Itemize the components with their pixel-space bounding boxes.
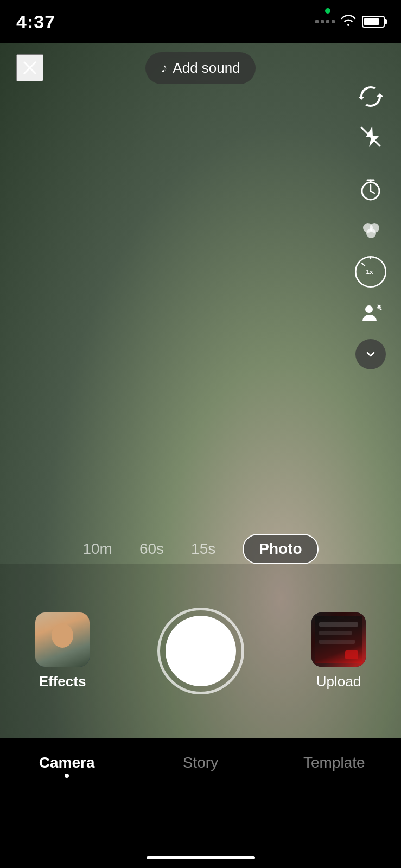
svg-point-10 bbox=[378, 305, 380, 307]
top-controls: ♪ Add sound bbox=[0, 43, 401, 92]
nav-label-template: Template bbox=[303, 754, 365, 771]
nav-item-camera[interactable]: Camera bbox=[0, 749, 133, 777]
signal-icon bbox=[315, 20, 335, 23]
status-bar: 4:37 bbox=[0, 0, 401, 43]
battery-icon bbox=[362, 16, 385, 28]
timer-15s[interactable]: 15s bbox=[191, 540, 215, 558]
add-sound-button[interactable]: ♪ Add sound bbox=[145, 52, 255, 84]
bottom-camera-controls: Effects Upload bbox=[0, 564, 401, 738]
effects-label: Effects bbox=[39, 673, 86, 690]
nav-item-story[interactable]: Story bbox=[133, 749, 267, 777]
music-note-icon: ♪ bbox=[161, 60, 167, 75]
nav-label-camera: Camera bbox=[39, 754, 95, 771]
status-time: 4:37 bbox=[16, 11, 55, 33]
svg-text:1x: 1x bbox=[366, 268, 373, 275]
upload-thumbnail bbox=[311, 612, 366, 667]
shutter-button-container bbox=[157, 608, 244, 694]
close-button[interactable] bbox=[16, 54, 43, 81]
status-icons bbox=[315, 14, 385, 29]
flip-camera-button[interactable] bbox=[355, 81, 386, 112]
active-nav-dot bbox=[65, 774, 69, 778]
nav-items: Camera Story Template bbox=[0, 749, 401, 777]
shutter-inner bbox=[166, 616, 236, 686]
svg-point-6 bbox=[366, 228, 376, 238]
timer-photo[interactable]: Photo bbox=[243, 534, 318, 564]
active-indicator bbox=[325, 8, 330, 14]
shutter-button[interactable] bbox=[157, 608, 244, 694]
nav-label-story: Story bbox=[183, 754, 218, 771]
timer-10m[interactable]: 10m bbox=[82, 540, 112, 558]
svg-point-9 bbox=[365, 305, 373, 313]
svg-point-11 bbox=[380, 309, 382, 310]
countdown-timer-button[interactable] bbox=[355, 174, 386, 205]
add-sound-label: Add sound bbox=[173, 60, 240, 76]
person-effects-button[interactable] bbox=[355, 299, 386, 329]
effects-button[interactable]: Effects bbox=[27, 612, 98, 690]
divider bbox=[362, 163, 379, 163]
timer-mode-selector: 10m 60s 15s Photo bbox=[0, 534, 401, 564]
right-controls: 1x bbox=[353, 81, 388, 369]
home-indicator bbox=[147, 856, 255, 859]
nav-item-template[interactable]: Template bbox=[268, 749, 401, 777]
flash-button[interactable] bbox=[355, 122, 386, 152]
more-options-button[interactable] bbox=[355, 339, 386, 369]
beauty-filter-button[interactable] bbox=[355, 214, 386, 245]
effects-thumbnail bbox=[35, 612, 90, 667]
wifi-icon bbox=[340, 14, 357, 29]
bottom-nav: Camera Story Template bbox=[0, 738, 401, 835]
upload-button[interactable]: Upload bbox=[303, 612, 374, 690]
speed-button[interactable]: 1x bbox=[353, 254, 388, 289]
timer-60s[interactable]: 60s bbox=[139, 540, 164, 558]
upload-label: Upload bbox=[316, 673, 361, 690]
